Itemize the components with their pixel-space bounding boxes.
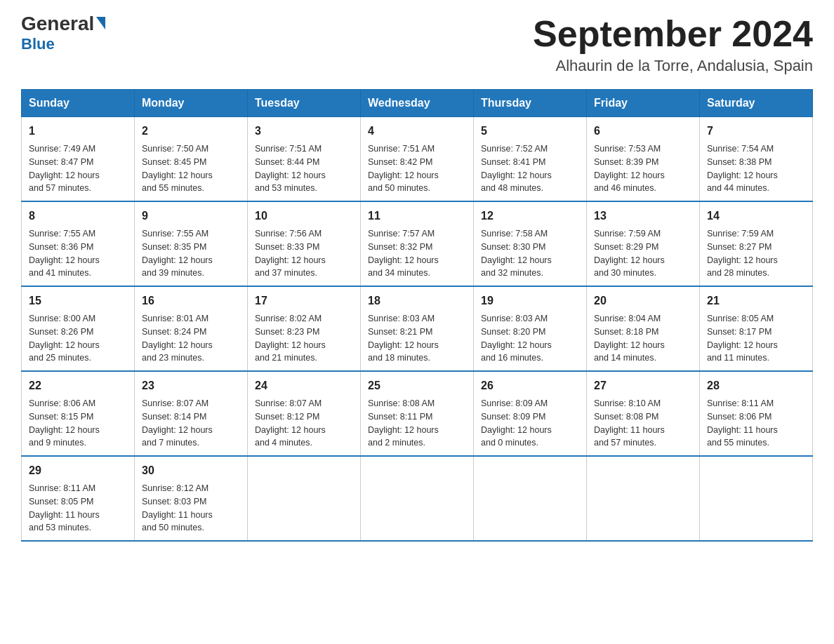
calendar-cell: [700, 456, 813, 541]
calendar-cell: 24Sunrise: 8:07 AM Sunset: 8:12 PM Dayli…: [248, 371, 361, 456]
calendar-cell: 4Sunrise: 7:51 AM Sunset: 8:42 PM Daylig…: [361, 117, 474, 202]
calendar-week-row: 22Sunrise: 8:06 AM Sunset: 8:15 PM Dayli…: [22, 371, 813, 456]
calendar-cell: 15Sunrise: 8:00 AM Sunset: 8:26 PM Dayli…: [22, 286, 135, 371]
calendar-cell: 9Sunrise: 7:55 AM Sunset: 8:35 PM Daylig…: [135, 201, 248, 286]
day-number: 25: [368, 377, 466, 394]
calendar-cell: 29Sunrise: 8:11 AM Sunset: 8:05 PM Dayli…: [22, 456, 135, 541]
day-info: Sunrise: 7:54 AM Sunset: 8:38 PM Dayligh…: [707, 142, 805, 195]
calendar-cell: 27Sunrise: 8:10 AM Sunset: 8:08 PM Dayli…: [587, 371, 700, 456]
calendar-cell: 19Sunrise: 8:03 AM Sunset: 8:20 PM Dayli…: [474, 286, 587, 371]
calendar-week-row: 8Sunrise: 7:55 AM Sunset: 8:36 PM Daylig…: [22, 201, 813, 286]
day-number: 11: [368, 208, 466, 224]
weekday-header-monday: Monday: [135, 90, 248, 117]
day-info: Sunrise: 8:05 AM Sunset: 8:17 PM Dayligh…: [707, 312, 805, 365]
day-number: 14: [707, 208, 805, 224]
day-number: 22: [29, 377, 127, 394]
calendar-cell: 17Sunrise: 8:02 AM Sunset: 8:23 PM Dayli…: [248, 286, 361, 371]
calendar-cell: 10Sunrise: 7:56 AM Sunset: 8:33 PM Dayli…: [248, 201, 361, 286]
calendar-cell: 12Sunrise: 7:58 AM Sunset: 8:30 PM Dayli…: [474, 201, 587, 286]
calendar-cell: 2Sunrise: 7:50 AM Sunset: 8:45 PM Daylig…: [135, 117, 248, 202]
day-number: 20: [594, 293, 692, 309]
day-number: 19: [481, 293, 579, 309]
day-info: Sunrise: 7:57 AM Sunset: 8:32 PM Dayligh…: [368, 227, 466, 280]
day-number: 4: [368, 123, 466, 140]
calendar-body: 1Sunrise: 7:49 AM Sunset: 8:47 PM Daylig…: [22, 117, 813, 542]
day-number: 8: [29, 208, 127, 224]
weekday-header-thursday: Thursday: [474, 90, 587, 117]
calendar-cell: 18Sunrise: 8:03 AM Sunset: 8:21 PM Dayli…: [361, 286, 474, 371]
day-info: Sunrise: 8:04 AM Sunset: 8:18 PM Dayligh…: [594, 312, 692, 365]
day-info: Sunrise: 7:55 AM Sunset: 8:35 PM Dayligh…: [142, 227, 240, 280]
day-number: 26: [481, 377, 579, 394]
day-number: 3: [255, 123, 353, 140]
day-info: Sunrise: 8:03 AM Sunset: 8:20 PM Dayligh…: [481, 312, 579, 365]
day-number: 5: [481, 123, 579, 140]
day-info: Sunrise: 8:06 AM Sunset: 8:15 PM Dayligh…: [29, 397, 127, 450]
calendar-cell: 5Sunrise: 7:52 AM Sunset: 8:41 PM Daylig…: [474, 117, 587, 202]
calendar-cell: 25Sunrise: 8:08 AM Sunset: 8:11 PM Dayli…: [361, 371, 474, 456]
calendar-cell: 21Sunrise: 8:05 AM Sunset: 8:17 PM Dayli…: [700, 286, 813, 371]
day-number: 15: [29, 293, 127, 309]
page-header: General Blue September 2024 Alhaurin de …: [21, 14, 813, 75]
weekday-header-row: SundayMondayTuesdayWednesdayThursdayFrid…: [22, 90, 813, 117]
day-number: 18: [368, 293, 466, 309]
day-info: Sunrise: 7:51 AM Sunset: 8:44 PM Dayligh…: [255, 142, 353, 195]
calendar-cell: 28Sunrise: 8:11 AM Sunset: 8:06 PM Dayli…: [700, 371, 813, 456]
day-info: Sunrise: 7:53 AM Sunset: 8:39 PM Dayligh…: [594, 142, 692, 195]
calendar-cell: 1Sunrise: 7:49 AM Sunset: 8:47 PM Daylig…: [22, 117, 135, 202]
calendar-cell: [587, 456, 700, 541]
day-info: Sunrise: 7:50 AM Sunset: 8:45 PM Dayligh…: [142, 142, 240, 195]
weekday-header-wednesday: Wednesday: [361, 90, 474, 117]
day-number: 2: [142, 123, 240, 140]
calendar-cell: 14Sunrise: 7:59 AM Sunset: 8:27 PM Dayli…: [700, 201, 813, 286]
day-number: 9: [142, 208, 240, 224]
day-number: 21: [707, 293, 805, 309]
calendar-cell: 11Sunrise: 7:57 AM Sunset: 8:32 PM Dayli…: [361, 201, 474, 286]
logo: General Blue: [21, 14, 105, 53]
logo-blue: Blue: [21, 35, 55, 53]
calendar-week-row: 15Sunrise: 8:00 AM Sunset: 8:26 PM Dayli…: [22, 286, 813, 371]
weekday-header-saturday: Saturday: [700, 90, 813, 117]
calendar-cell: 8Sunrise: 7:55 AM Sunset: 8:36 PM Daylig…: [22, 201, 135, 286]
day-number: 28: [707, 377, 805, 394]
title-section: September 2024 Alhaurin de la Torre, And…: [533, 14, 813, 75]
calendar-cell: 23Sunrise: 8:07 AM Sunset: 8:14 PM Dayli…: [135, 371, 248, 456]
day-info: Sunrise: 8:09 AM Sunset: 8:09 PM Dayligh…: [481, 397, 579, 450]
day-number: 6: [594, 123, 692, 140]
calendar-cell: [248, 456, 361, 541]
day-number: 24: [255, 377, 353, 394]
day-info: Sunrise: 7:56 AM Sunset: 8:33 PM Dayligh…: [255, 227, 353, 280]
day-number: 29: [29, 462, 127, 479]
day-number: 23: [142, 377, 240, 394]
calendar-cell: 30Sunrise: 8:12 AM Sunset: 8:03 PM Dayli…: [135, 456, 248, 541]
day-info: Sunrise: 8:07 AM Sunset: 8:14 PM Dayligh…: [142, 397, 240, 450]
day-number: 1: [29, 123, 127, 140]
day-info: Sunrise: 8:10 AM Sunset: 8:08 PM Dayligh…: [594, 397, 692, 450]
day-number: 10: [255, 208, 353, 224]
day-info: Sunrise: 8:03 AM Sunset: 8:21 PM Dayligh…: [368, 312, 466, 365]
day-number: 12: [481, 208, 579, 224]
day-info: Sunrise: 8:00 AM Sunset: 8:26 PM Dayligh…: [29, 312, 127, 365]
calendar-cell: 13Sunrise: 7:59 AM Sunset: 8:29 PM Dayli…: [587, 201, 700, 286]
day-info: Sunrise: 8:11 AM Sunset: 8:05 PM Dayligh…: [29, 482, 127, 535]
calendar-week-row: 29Sunrise: 8:11 AM Sunset: 8:05 PM Dayli…: [22, 456, 813, 541]
day-info: Sunrise: 8:08 AM Sunset: 8:11 PM Dayligh…: [368, 397, 466, 450]
day-info: Sunrise: 7:55 AM Sunset: 8:36 PM Dayligh…: [29, 227, 127, 280]
day-number: 16: [142, 293, 240, 309]
day-info: Sunrise: 7:58 AM Sunset: 8:30 PM Dayligh…: [481, 227, 579, 280]
calendar-table: SundayMondayTuesdayWednesdayThursdayFrid…: [21, 89, 813, 542]
calendar-cell: 16Sunrise: 8:01 AM Sunset: 8:24 PM Dayli…: [135, 286, 248, 371]
calendar-week-row: 1Sunrise: 7:49 AM Sunset: 8:47 PM Daylig…: [22, 117, 813, 202]
day-number: 27: [594, 377, 692, 394]
calendar-cell: 7Sunrise: 7:54 AM Sunset: 8:38 PM Daylig…: [700, 117, 813, 202]
day-info: Sunrise: 7:59 AM Sunset: 8:29 PM Dayligh…: [594, 227, 692, 280]
day-info: Sunrise: 8:12 AM Sunset: 8:03 PM Dayligh…: [142, 482, 240, 535]
weekday-header-friday: Friday: [587, 90, 700, 117]
month-title: September 2024: [533, 14, 813, 54]
calendar-header: SundayMondayTuesdayWednesdayThursdayFrid…: [22, 90, 813, 117]
day-info: Sunrise: 8:07 AM Sunset: 8:12 PM Dayligh…: [255, 397, 353, 450]
day-info: Sunrise: 7:59 AM Sunset: 8:27 PM Dayligh…: [707, 227, 805, 280]
calendar-cell: 3Sunrise: 7:51 AM Sunset: 8:44 PM Daylig…: [248, 117, 361, 202]
day-info: Sunrise: 8:11 AM Sunset: 8:06 PM Dayligh…: [707, 397, 805, 450]
calendar-cell: 6Sunrise: 7:53 AM Sunset: 8:39 PM Daylig…: [587, 117, 700, 202]
